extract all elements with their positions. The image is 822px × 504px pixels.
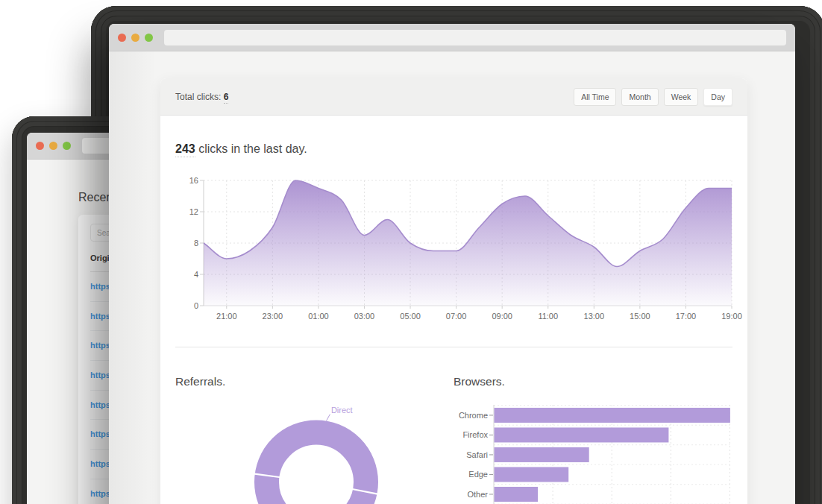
filter-button-day[interactable]: Day <box>703 88 732 106</box>
browsers-title: Browsers. <box>454 375 505 388</box>
clicks-count: 243 <box>175 142 195 157</box>
time-range-filters: All Time Month Week Day <box>574 88 732 106</box>
svg-text:Safari: Safari <box>466 450 488 459</box>
svg-text:05:00: 05:00 <box>400 312 421 321</box>
analytics-card: Total clicks: 6 All Time Month Week Day … <box>160 78 747 504</box>
main-browser-window: Total clicks: 6 All Time Month Week Day … <box>109 24 795 504</box>
filter-button-week[interactable]: Week <box>664 88 699 106</box>
browsers-bar-chart[interactable]: ChromeFirefoxSafariEdgeOther <box>448 395 738 504</box>
total-clicks-value: 6 <box>224 92 229 104</box>
svg-text:0: 0 <box>194 301 198 310</box>
svg-text:01:00: 01:00 <box>308 312 329 321</box>
clicks-area-chart[interactable]: 048121621:0023:0001:0003:0005:0007:0009:… <box>174 171 748 328</box>
svg-text:8: 8 <box>194 239 198 248</box>
svg-text:17:00: 17:00 <box>676 312 697 321</box>
svg-text:07:00: 07:00 <box>446 312 467 321</box>
svg-text:13:00: 13:00 <box>584 312 605 321</box>
url-bar[interactable] <box>164 30 786 45</box>
svg-text:09:00: 09:00 <box>492 312 512 321</box>
svg-text:19:00: 19:00 <box>721 312 742 321</box>
svg-text:15:00: 15:00 <box>630 312 650 321</box>
svg-text:11:00: 11:00 <box>538 312 558 321</box>
svg-text:23:00: 23:00 <box>263 312 283 321</box>
minimize-window-icon[interactable] <box>49 142 57 150</box>
svg-text:4: 4 <box>194 270 198 279</box>
main-window-titlebar <box>109 24 795 51</box>
section-divider <box>175 347 732 347</box>
close-window-icon[interactable] <box>118 34 126 42</box>
analytics-card-header: Total clicks: 6 All Time Month Week Day <box>160 78 747 116</box>
svg-text:Other: Other <box>467 490 488 499</box>
svg-text:Firefox: Firefox <box>462 430 488 439</box>
svg-text:21:00: 21:00 <box>216 312 237 321</box>
close-window-icon[interactable] <box>36 142 44 150</box>
svg-text:Edge: Edge <box>468 470 488 479</box>
total-clicks: Total clicks: 6 <box>175 92 228 102</box>
zoom-window-icon[interactable] <box>145 34 153 42</box>
referrals-title: Referrals. <box>175 375 225 388</box>
minimize-window-icon[interactable] <box>131 34 139 42</box>
svg-text:Direct: Direct <box>331 406 353 415</box>
zoom-window-icon[interactable] <box>63 142 71 150</box>
clicks-headline: 243 clicks in the last day. <box>175 142 307 156</box>
svg-text:03:00: 03:00 <box>354 312 375 321</box>
svg-text:Chrome: Chrome <box>459 411 488 420</box>
svg-text:12: 12 <box>189 207 198 216</box>
total-clicks-label: Total clicks: <box>175 92 224 102</box>
svg-text:16: 16 <box>189 176 198 185</box>
filter-button-all-time[interactable]: All Time <box>574 88 616 106</box>
referrals-donut-chart[interactable]: Direct <box>235 395 399 504</box>
filter-button-month[interactable]: Month <box>621 88 658 106</box>
clicks-headline-text: clicks in the last day. <box>195 142 307 155</box>
